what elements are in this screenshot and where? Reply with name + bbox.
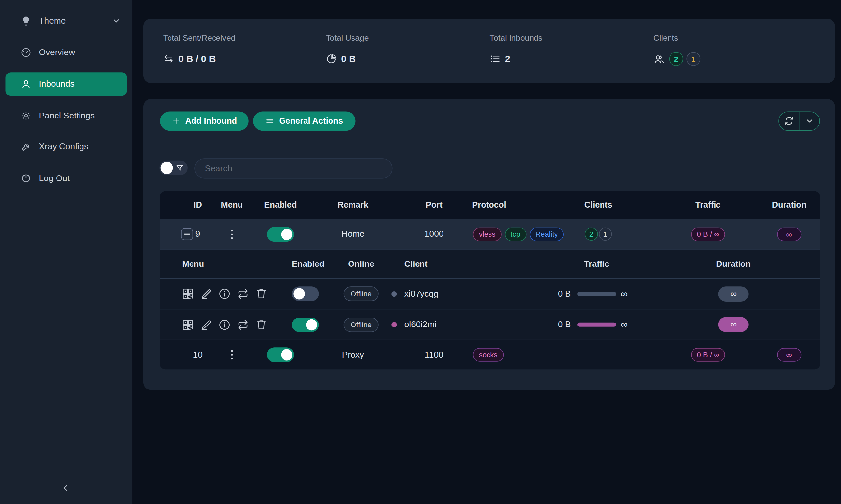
col-remark: Remark [338, 191, 368, 219]
hamburger-icon [265, 117, 274, 125]
sidebar-collapse-button[interactable] [57, 481, 74, 495]
table-row: 10 Proxy 1100 socks 0 B / ∞ ∞ [160, 340, 820, 370]
delete-icon[interactable] [255, 318, 268, 331]
edit-icon[interactable] [200, 318, 212, 331]
chevron-down-icon [112, 17, 121, 25]
edit-icon[interactable] [200, 288, 212, 300]
client-duration-badge: ∞ [719, 286, 749, 302]
qr-code-icon[interactable] [182, 288, 194, 300]
sidebar-item-label: Panel Settings [39, 111, 95, 121]
traffic-cap: ∞ [621, 278, 628, 309]
client-status-dot [391, 291, 396, 296]
wrench-icon [21, 141, 32, 152]
traffic-used: 0 B [533, 278, 571, 309]
inbounds-panel: Add Inbound General Actions [143, 99, 835, 390]
stat-label: Total Sent/Received [163, 33, 236, 42]
duration-badge: ∞ [777, 228, 801, 241]
traffic-badge: 0 B / ∞ [691, 348, 725, 362]
subcol-online: Online [348, 250, 374, 278]
subcol-enabled: Enabled [292, 250, 324, 278]
stats-card: Total Sent/Received 0 B / 0 B Total Usag… [143, 19, 835, 83]
online-status-badge: Offline [344, 286, 379, 301]
collapse-row-button[interactable] [181, 228, 193, 240]
col-enabled: Enabled [264, 191, 297, 219]
protocol-badge: socks [473, 348, 504, 362]
subcol-client: Client [405, 250, 428, 278]
qr-code-icon[interactable] [182, 318, 194, 331]
stat-value: 2 [505, 53, 510, 64]
clients-deactive-badge: 1 [686, 52, 700, 66]
cell-port: 1100 [425, 340, 444, 370]
stat-value: 0 B / 0 B [178, 53, 216, 64]
dashboard-icon [21, 47, 32, 58]
stat-label: Total Usage [326, 33, 368, 42]
enabled-toggle[interactable] [267, 227, 294, 241]
traffic-used: 0 B [533, 309, 571, 339]
toggle-knob [161, 162, 173, 174]
sidebar: Theme Overview Inbounds [0, 0, 132, 504]
search-input[interactable] [195, 159, 411, 178]
reset-traffic-icon[interactable] [237, 288, 250, 300]
clients-active-badge: 2 [669, 52, 683, 66]
traffic-bar [577, 323, 616, 327]
client-status-dot [391, 322, 396, 327]
cell-id: 10 [193, 340, 203, 370]
client-enabled-toggle[interactable] [292, 286, 319, 301]
cell-remark: Home [341, 219, 364, 249]
stat-label: Clients [653, 33, 678, 42]
filter-toggle[interactable] [159, 161, 188, 175]
refresh-dropdown-button[interactable] [799, 112, 819, 130]
traffic-cap: ∞ [621, 309, 628, 339]
sidebar-item-label: Overview [39, 48, 75, 57]
traffic-badge: 0 B / ∞ [691, 228, 725, 241]
info-icon[interactable] [219, 288, 231, 300]
add-inbound-label: Add Inbound [185, 116, 237, 126]
sidebar-item-logout[interactable]: Log Out [5, 167, 127, 190]
add-inbound-button[interactable]: Add Inbound [160, 111, 249, 131]
col-port: Port [426, 191, 443, 219]
sidebar-item-panel-settings[interactable]: Panel Settings [5, 104, 127, 128]
client-name: xi07ycqg [405, 278, 439, 309]
cell-id: 9 [195, 219, 201, 249]
funnel-icon [176, 164, 184, 172]
subcol-menu: Menu [182, 250, 204, 278]
client-row: Offline xi07ycqg 0 B ∞ ∞ [160, 278, 820, 310]
sidebar-item-inbounds[interactable]: Inbounds [5, 72, 127, 96]
reset-traffic-icon[interactable] [237, 318, 250, 331]
stat-label: Total Inbounds [490, 33, 543, 42]
gear-icon [21, 110, 32, 121]
table-row: 9 Home 1000 vless tcp Reality 2 1 0 B / … [160, 219, 820, 250]
sidebar-item-label: Xray Configs [39, 142, 88, 151]
traffic-bar [577, 292, 616, 296]
info-icon[interactable] [219, 318, 231, 331]
client-enabled-toggle[interactable] [292, 318, 319, 332]
clients-deactive-badge: 1 [599, 228, 612, 240]
sidebar-item-xray-configs[interactable]: Xray Configs [5, 135, 127, 159]
sidebar-item-label: Inbounds [39, 79, 74, 89]
inbounds-table: ID Menu Enabled Remark Port Protocol Cli… [160, 191, 820, 370]
delete-icon[interactable] [255, 288, 268, 300]
enabled-toggle[interactable] [267, 347, 294, 362]
logout-icon [21, 173, 32, 184]
refresh-split-button [778, 111, 820, 131]
client-row: Offline ol60i2mi 0 B ∞ ∞ [160, 309, 820, 340]
col-menu: Menu [221, 191, 243, 219]
sidebar-item-theme[interactable]: Theme [5, 9, 127, 33]
general-actions-button[interactable]: General Actions [253, 111, 356, 131]
general-actions-label: General Actions [279, 116, 343, 126]
sidebar-item-overview[interactable]: Overview [5, 41, 127, 64]
client-duration-badge: ∞ [719, 317, 749, 332]
refresh-button[interactable] [779, 112, 799, 130]
col-protocol: Protocol [472, 191, 506, 219]
col-clients: Clients [584, 191, 612, 219]
cell-remark: Proxy [342, 340, 364, 370]
chevron-left-icon [61, 483, 70, 492]
client-table-header: Menu Enabled Online Client Traffic Durat… [160, 250, 820, 278]
protocol-badge: tcp [504, 228, 526, 241]
row-menu-button[interactable] [226, 227, 237, 241]
plus-icon [172, 117, 181, 125]
row-menu-button[interactable] [226, 347, 237, 362]
clients-active-badge: 2 [585, 228, 598, 240]
protocol-badge: Reality [530, 228, 564, 241]
sidebar-item-label: Theme [39, 16, 66, 25]
